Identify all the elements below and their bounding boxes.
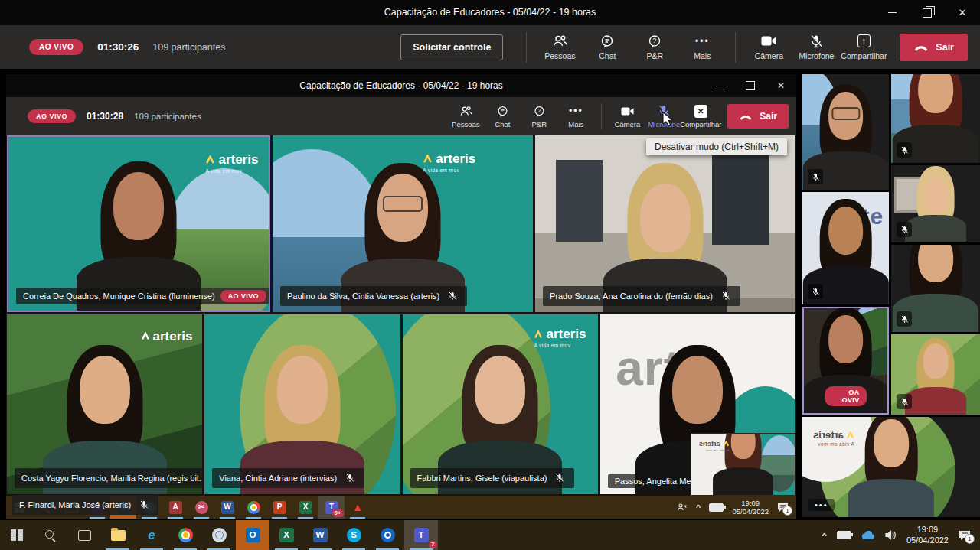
request-control-button[interactable]: Solicitar controle	[400, 34, 503, 60]
video-tile-correia[interactable]: arteris A vida em mov Correia De Quadros…	[7, 135, 270, 312]
video-tile-paulino[interactable]: arteris A vida em mov Paulino da Silva, …	[273, 135, 533, 312]
thumbnail-tile[interactable]	[891, 334, 980, 415]
taskbar-app-excel[interactable]: X	[270, 520, 303, 550]
inner-clock[interactable]: 19:09 05/04/2022	[732, 499, 769, 516]
thumbnail-tile[interactable]	[891, 74, 980, 163]
word-icon: W	[313, 528, 328, 542]
leave-button[interactable]: Sair	[900, 34, 968, 61]
taskbar-app-outlook[interactable]: O	[236, 520, 270, 550]
battery-icon[interactable]	[709, 503, 724, 512]
inner-window-controls: ✕	[704, 74, 796, 97]
search-button[interactable]	[34, 520, 67, 550]
share-button[interactable]: ↑ Compartilhar	[841, 34, 886, 60]
more-icon: •••	[569, 104, 583, 118]
task-view-button[interactable]	[67, 520, 101, 550]
battery-icon[interactable]	[837, 531, 851, 539]
participant-strip: arte AO VIVO	[802, 74, 980, 517]
outer-clock[interactable]: 19:09 05/04/2022	[906, 525, 949, 546]
taskbar-app-access[interactable]: A	[162, 496, 188, 519]
word-icon: W	[221, 501, 234, 514]
qa-button[interactable]: ? P&R	[521, 104, 557, 129]
arteris-logo: arteris A vida em mov	[205, 152, 258, 174]
stop-share-button[interactable]: ✕ Compartilhar	[683, 104, 718, 129]
notification-center-icon[interactable]: 1	[959, 530, 971, 541]
restore-button[interactable]	[910, 0, 945, 25]
notification-center-icon[interactable]: 1	[777, 503, 789, 513]
taskbar-app-word[interactable]: W	[303, 520, 337, 550]
mic-muted-icon	[897, 142, 912, 158]
taskbar-app-excel[interactable]: X	[292, 496, 318, 519]
maximize-icon	[746, 81, 755, 90]
restore-icon	[923, 8, 932, 18]
taskbar-app-globalprotect[interactable]	[202, 520, 236, 550]
meeting-timer: 01:30:28	[87, 111, 123, 122]
hangup-icon	[913, 41, 929, 54]
video-tile-prado[interactable]: Prado Souza, Ana Carolina do (fernão dia…	[535, 135, 795, 312]
tray-expand-icon[interactable]: ^	[696, 503, 701, 511]
inner-maximize-button[interactable]	[735, 74, 766, 97]
taskbar-app-teams[interactable]: T 7	[404, 520, 438, 550]
mic-muted-icon	[897, 394, 912, 409]
people-tray-icon[interactable]	[677, 500, 688, 514]
minimize-icon	[716, 86, 724, 86]
thumbnail-tile-speaking[interactable]: AO VIVO	[802, 307, 889, 415]
speaker-icon[interactable]	[885, 529, 897, 542]
taskbar-app-spiral[interactable]	[371, 520, 404, 550]
participant-name-label-finardi: F. Finardi, Maria José (arteris)	[12, 495, 158, 515]
taskbar-app-snipping[interactable]: ✂	[188, 496, 214, 519]
thumbnail-tile[interactable]	[891, 165, 980, 242]
inner-meeting-toolbar: AO VIVO 01:30:28 109 participantes Pesso…	[6, 97, 796, 135]
inner-close-button[interactable]: ✕	[766, 74, 796, 97]
taskbar-app-file-explorer[interactable]	[101, 520, 135, 550]
chrome-icon	[178, 528, 193, 542]
self-view-pip[interactable]: arteris A vida em mov	[691, 433, 795, 496]
thumbnail-tile-wide[interactable]: arteris A vida em mov •••	[802, 417, 980, 517]
arteris-logo: arteris A vida em mov	[423, 151, 475, 173]
onedrive-cloud-icon[interactable]	[861, 529, 875, 542]
camera-button[interactable]: Câmera	[609, 104, 645, 129]
chat-button[interactable]: Chat	[485, 104, 520, 129]
participant-video	[907, 166, 964, 242]
people-button[interactable]: Pessoas	[448, 104, 483, 129]
minimize-icon	[888, 12, 897, 13]
video-tile-costa[interactable]: arteris Costa Yagyu Florencio, Marilia R…	[7, 314, 202, 494]
inner-titlebar: Capacitação de Educadores - 05/04/22 - 1…	[6, 74, 796, 97]
more-button[interactable]: ••• Mais	[680, 34, 724, 60]
video-tile-fabbri[interactable]: arteris A vida em mov Fabbri Martins, Gi…	[403, 314, 598, 494]
outer-window-controls: ✕	[874, 0, 980, 25]
tile-more-button[interactable]: •••	[808, 499, 835, 511]
tray-expand-icon[interactable]: ^	[822, 532, 827, 539]
taskbar-app-teams[interactable]: T 9+	[318, 496, 345, 519]
leave-button[interactable]: Sair	[727, 104, 789, 129]
close-icon: ✕	[777, 80, 785, 91]
taskbar-app-skype[interactable]: S	[337, 520, 371, 550]
more-button[interactable]: ••• Mais	[558, 104, 593, 129]
people-button[interactable]: Pessoas	[537, 34, 582, 60]
chrome-icon	[247, 501, 260, 514]
outer-system-tray: ^ 19:09 05/04/2022 1	[822, 525, 972, 546]
inner-minimize-button[interactable]	[704, 74, 735, 97]
taskbar-app-acrobat[interactable]: ▲	[345, 496, 371, 519]
inner-system-tray: ^ 19:09 05/04/2022 1	[677, 499, 789, 516]
excel-icon: X	[279, 528, 294, 542]
taskbar-app-chrome[interactable]	[168, 520, 202, 550]
skype-icon: S	[347, 528, 361, 542]
thumbnail-tile[interactable]	[802, 74, 889, 190]
camera-button[interactable]: Câmera	[746, 34, 791, 60]
thumbnail-tile[interactable]: arte	[802, 192, 889, 304]
taskbar-app-chrome[interactable]	[240, 496, 266, 519]
taskbar-app-internet-explorer[interactable]: e	[135, 520, 168, 550]
chat-button[interactable]: Chat	[585, 34, 629, 60]
taskbar-app-word[interactable]: W	[214, 496, 240, 519]
minimize-button[interactable]	[874, 0, 910, 25]
taskbar-app-powerpoint[interactable]: P	[266, 496, 292, 519]
start-button[interactable]	[0, 520, 34, 550]
spiral-app-icon	[381, 528, 395, 542]
meeting-timer: 01:30:26	[97, 41, 139, 53]
video-tile-viana[interactable]: Viana, Cintia Adriane (intervias)	[204, 314, 400, 494]
close-button[interactable]: ✕	[945, 0, 980, 25]
microphone-button[interactable]: Microfone	[794, 34, 838, 60]
mic-muted-icon	[342, 470, 358, 486]
qa-button[interactable]: ? P&R	[632, 34, 677, 60]
thumbnail-tile[interactable]	[891, 245, 980, 332]
